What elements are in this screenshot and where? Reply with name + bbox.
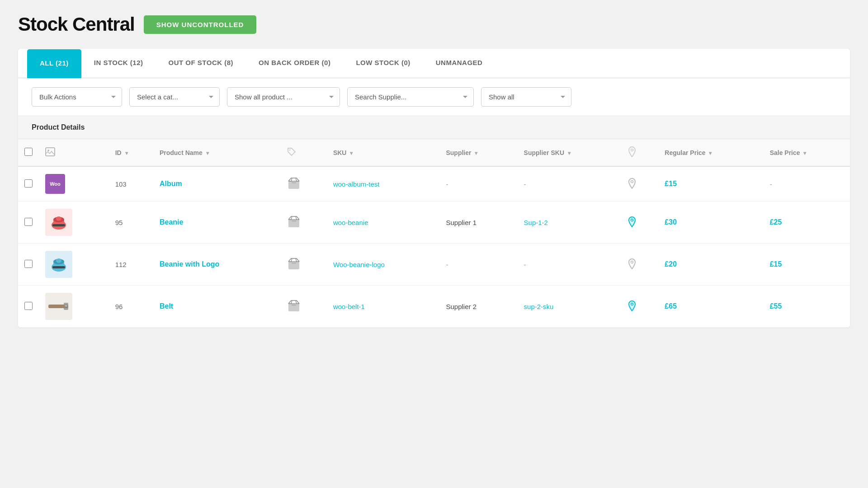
select-all-checkbox[interactable] xyxy=(24,148,33,156)
sku-link[interactable]: woo-beanie xyxy=(333,219,368,226)
product-name-link[interactable]: Album xyxy=(160,180,182,188)
tab-low_stock[interactable]: LOW STOCK (0) xyxy=(343,49,423,78)
regular-price-col-header[interactable]: Regular Price ▾ xyxy=(658,139,763,166)
products-table: ID ▾ Product Name ▾ SKU xyxy=(18,139,850,328)
supplier-cell: - xyxy=(439,244,517,286)
tab-in_stock[interactable]: IN STOCK (12) xyxy=(81,49,156,78)
location-col-header xyxy=(622,139,658,166)
regular-price-cell: £30 xyxy=(658,202,763,244)
filters-row: Bulk Actions Select a cat... Show all pr… xyxy=(18,78,850,116)
supplier-value: Supplier 1 xyxy=(446,219,476,226)
sale-price-col-header[interactable]: Sale Price ▾ xyxy=(764,139,850,166)
tag-icon xyxy=(287,147,296,156)
supplier-sku-cell: - xyxy=(518,244,622,286)
supplier-sku-cell: sup-2-sku xyxy=(518,286,622,328)
supplier-sku-link[interactable]: sup-2-sku xyxy=(524,303,554,310)
supplier-sku-value: - xyxy=(524,180,526,188)
sku-link[interactable]: woo-belt-1 xyxy=(333,303,365,310)
tag-cell xyxy=(281,244,327,286)
location-cell[interactable] xyxy=(622,166,658,202)
image-icon xyxy=(45,147,55,156)
regular-price-value: £30 xyxy=(665,218,677,226)
location-cell[interactable] xyxy=(622,286,658,328)
product-id: 95 xyxy=(109,202,153,244)
table-header-row: ID ▾ Product Name ▾ SKU xyxy=(18,139,850,166)
woo-logo-thumb: Woo xyxy=(45,174,65,194)
tag-cell xyxy=(281,286,327,328)
sale-price-value: £25 xyxy=(770,218,782,226)
sku-link[interactable]: woo-album-test xyxy=(333,180,380,188)
svg-rect-5 xyxy=(292,181,296,183)
supplier-search-select[interactable]: Search Supplie... xyxy=(347,87,474,107)
table-container: Product Details ID xyxy=(18,116,850,328)
package-icon xyxy=(287,257,301,271)
svg-point-3 xyxy=(631,149,633,151)
table-row: 96 Belt woo-belt-1 Supplier 2 sup-2-sku … xyxy=(18,286,850,328)
svg-point-6 xyxy=(631,180,633,183)
supplier-sku-sort-icon: ▾ xyxy=(568,150,571,156)
product-name-link[interactable]: Belt xyxy=(160,302,173,310)
package-icon xyxy=(287,299,301,313)
sale-price-value: £15 xyxy=(770,260,782,268)
supplier-col-header[interactable]: Supplier ▾ xyxy=(439,139,517,166)
product-name-link[interactable]: Beanie xyxy=(160,218,183,226)
sale-price-cell: £25 xyxy=(764,202,850,244)
row-checkbox-cell[interactable] xyxy=(18,166,39,202)
row-checkbox[interactable] xyxy=(24,218,33,226)
sale-price-value: - xyxy=(770,180,772,188)
supplier-sku-link[interactable]: Sup-1-2 xyxy=(524,219,548,226)
tab-all[interactable]: ALL (21) xyxy=(27,49,81,78)
supplier-sku-cell: Sup-1-2 xyxy=(518,202,622,244)
location-pin-icon[interactable] xyxy=(628,300,636,311)
id-col-header[interactable]: ID ▾ xyxy=(109,139,153,166)
section-header: Product Details xyxy=(18,116,850,139)
row-checkbox[interactable] xyxy=(24,179,33,188)
bulk-actions-select[interactable]: Bulk Actions xyxy=(32,87,122,107)
category-select[interactable]: Select a cat... xyxy=(129,87,220,107)
product-name-cell: Beanie with Logo xyxy=(153,244,281,286)
product-image-beanie-logo xyxy=(45,251,72,278)
tab-on_back_order[interactable]: ON BACK ORDER (0) xyxy=(246,49,343,78)
product-type-select[interactable]: Show all product ... xyxy=(227,87,340,107)
svg-rect-11 xyxy=(52,224,65,226)
show-uncontrolled-button[interactable]: SHOW UNCONTROLLED xyxy=(144,15,257,34)
row-checkbox[interactable] xyxy=(24,302,33,310)
row-checkbox-cell[interactable] xyxy=(18,202,39,244)
row-checkbox-cell[interactable] xyxy=(18,244,39,286)
location-pin-icon[interactable] xyxy=(628,258,636,269)
tab-out_of_stock[interactable]: OUT OF STOCK (8) xyxy=(156,49,246,78)
sku-col-header[interactable]: SKU ▾ xyxy=(327,139,440,166)
row-checkbox-cell[interactable] xyxy=(18,286,39,328)
select-all-header[interactable] xyxy=(18,139,39,166)
image-col-header xyxy=(39,139,109,166)
product-image-cell xyxy=(39,286,109,328)
supplier-sku-cell: - xyxy=(518,166,622,202)
product-image-cell: Woo xyxy=(39,166,109,202)
product-name-col-header[interactable]: Product Name ▾ xyxy=(153,139,281,166)
regular-price-value: £65 xyxy=(665,302,677,310)
tag-col-header xyxy=(281,139,327,166)
product-name-sort-icon: ▾ xyxy=(206,150,209,156)
table-body: Woo 103 Album woo-album-test - - £15 - xyxy=(18,166,850,328)
location-pin-icon[interactable] xyxy=(628,216,636,227)
supplier-sku-value: - xyxy=(524,261,526,268)
product-image-cell xyxy=(39,202,109,244)
product-name-link[interactable]: Beanie with Logo xyxy=(160,260,219,268)
product-image-belt xyxy=(45,293,72,320)
row-checkbox[interactable] xyxy=(24,260,33,268)
sale-price-cell: £55 xyxy=(764,286,850,328)
supplier-cell: - xyxy=(439,166,517,202)
show-all-select[interactable]: Show all xyxy=(481,87,571,107)
location-cell[interactable] xyxy=(622,244,658,286)
tab-unmanaged[interactable]: UNMANAGED xyxy=(423,49,495,78)
regular-price-value: £15 xyxy=(665,180,677,188)
regular-price-cell: £15 xyxy=(658,166,763,202)
sale-price-cell: £15 xyxy=(764,244,850,286)
sku-link[interactable]: Woo-beanie-logo xyxy=(333,261,385,268)
supplier-sku-col-header[interactable]: Supplier SKU ▾ xyxy=(518,139,622,166)
location-pin-icon[interactable] xyxy=(628,178,636,189)
tag-cell xyxy=(281,202,327,244)
svg-point-22 xyxy=(631,261,633,263)
location-cell[interactable] xyxy=(622,202,658,244)
sale-price-value: £55 xyxy=(770,302,782,310)
